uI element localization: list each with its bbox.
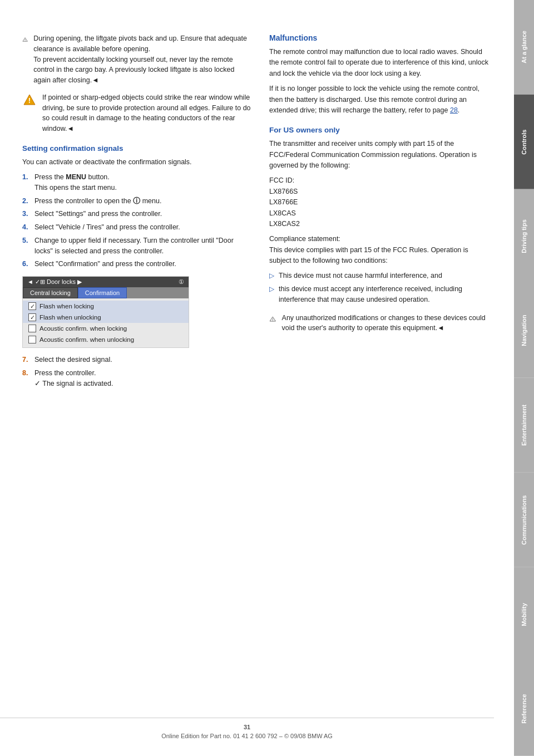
- main-content: During opening, the liftgate pivots back…: [0, 0, 514, 756]
- step-7: 7. Select the desired signal.: [22, 355, 253, 365]
- checkbox-acoustic-unlocking: [28, 336, 36, 343]
- triangle-note-icon: [22, 33, 28, 46]
- sharp-objects-warning-text: If pointed or sharp-edged objects could …: [42, 92, 253, 134]
- sidebar: At a glance Controls Driving tips Naviga…: [514, 0, 534, 756]
- liftgate-note: During opening, the liftgate pivots back…: [22, 33, 253, 86]
- doorlocks-tab-confirmation: Confirmation: [78, 287, 127, 298]
- us-owners-heading: For US owners only: [269, 126, 492, 134]
- liftgate-note-text: During opening, the liftgate pivots back…: [33, 33, 253, 86]
- malfunctions-heading: Malfunctions: [269, 33, 492, 42]
- steps-list: 1. Press the MENU button.This opens the …: [22, 172, 253, 269]
- checkbox-acoustic-locking: [28, 325, 36, 332]
- step-2: 2. Press the controller to open the ⓘ me…: [22, 196, 253, 207]
- warning-triangle-icon: !: [22, 92, 37, 107]
- step-6: 6. Select "Confirmation" and press the c…: [22, 259, 253, 269]
- doorlocks-header: ◄ ✓⊞ Door locks ▶ ①: [23, 277, 189, 287]
- setting-confirmation-intro: You can activate or deactivate the confi…: [22, 157, 253, 168]
- step-1: 1. Press the MENU button.This opens the …: [22, 172, 253, 193]
- checkbox-flash-unlocking: ✓: [28, 313, 36, 321]
- doorlocks-tabs: Central locking Confirmation: [23, 287, 189, 298]
- bullet-2: ▷ this device must accept any interferen…: [269, 284, 492, 305]
- unauthorized-modifications-text: Any unauthorized modifications or change…: [282, 313, 492, 334]
- step-3: 3. Select "Settings" and press the contr…: [22, 209, 253, 219]
- unauthorized-modifications-note: Any unauthorized modifications or change…: [269, 313, 492, 334]
- svg-point-7: [273, 320, 273, 321]
- right-column: Malfunctions The remote control may malf…: [269, 33, 492, 394]
- page-28-link[interactable]: 28: [450, 106, 458, 114]
- sidebar-tab-at-a-glance[interactable]: At a glance: [514, 0, 534, 95]
- doorlocks-row-acoustic-locking: Acoustic confirm. when locking: [23, 323, 189, 334]
- footer-text: Online Edition for Part no. 01 41 2 600 …: [0, 733, 494, 739]
- doorlocks-row-flash-locking: ✓ Flash when locking: [23, 301, 189, 312]
- doorlocks-row-flash-unlocking: ✓ Flash when unlocking: [23, 312, 189, 323]
- triangle-note-icon-2: [269, 313, 276, 325]
- sidebar-tab-entertainment[interactable]: Entertainment: [514, 378, 534, 473]
- doorlocks-options: ✓ Flash when locking ✓ Flash when unlock…: [23, 298, 189, 347]
- steps-list-2: 7. Select the desired signal. 8. Press t…: [22, 355, 253, 389]
- sidebar-tab-navigation[interactable]: Navigation: [514, 283, 534, 378]
- bullet-1: ▷ This device must not cause harmful int…: [269, 271, 492, 281]
- fcc-id-block: FCC ID: LX8766S LX8766E LX8CAS LX8CAS2: [269, 175, 492, 229]
- compliance-statement: Compliance statement: This device compli…: [269, 234, 492, 266]
- sidebar-tab-mobility[interactable]: Mobility: [514, 567, 534, 662]
- sidebar-tab-communications[interactable]: Communications: [514, 473, 534, 567]
- svg-point-2: [25, 41, 26, 41]
- left-column: During opening, the liftgate pivots back…: [22, 33, 253, 394]
- setting-confirmation-heading: Setting confirmation signals: [22, 144, 253, 153]
- checkbox-flash-locking: ✓: [28, 302, 36, 310]
- doorlocks-row-acoustic-unlocking: Acoustic confirm. when unlocking: [23, 334, 189, 345]
- step-8: 8. Press the controller.✓ The signal is …: [22, 368, 253, 389]
- sidebar-tab-driving-tips[interactable]: Driving tips: [514, 189, 534, 284]
- page-number: 31: [0, 724, 494, 730]
- page-footer: 31 Online Edition for Part no. 01 41 2 6…: [0, 718, 494, 739]
- malfunction-para2: If it is no longer possible to lock the …: [269, 84, 492, 116]
- malfunction-para1: The remote control may malfunction due t…: [269, 47, 492, 79]
- bullet-arrow-1: ▷: [269, 271, 274, 281]
- us-owners-para1: The transmitter and receiver units compl…: [269, 139, 492, 171]
- bullet-arrow-2: ▷: [269, 284, 274, 294]
- doorlocks-tab-central-locking: Central locking: [23, 287, 78, 298]
- step-5: 5. Change to upper field if necessary. T…: [22, 235, 253, 257]
- sidebar-tab-reference[interactable]: Reference: [514, 661, 534, 756]
- doorlocks-screenshot: ◄ ✓⊞ Door locks ▶ ① Central locking Conf…: [22, 276, 189, 348]
- step-4: 4. Select "Vehicle / Tires" and press th…: [22, 222, 253, 233]
- sharp-objects-warning: ! If pointed or sharp-edged objects coul…: [22, 92, 253, 134]
- sidebar-tab-controls[interactable]: Controls: [514, 95, 534, 189]
- svg-text:!: !: [28, 96, 31, 105]
